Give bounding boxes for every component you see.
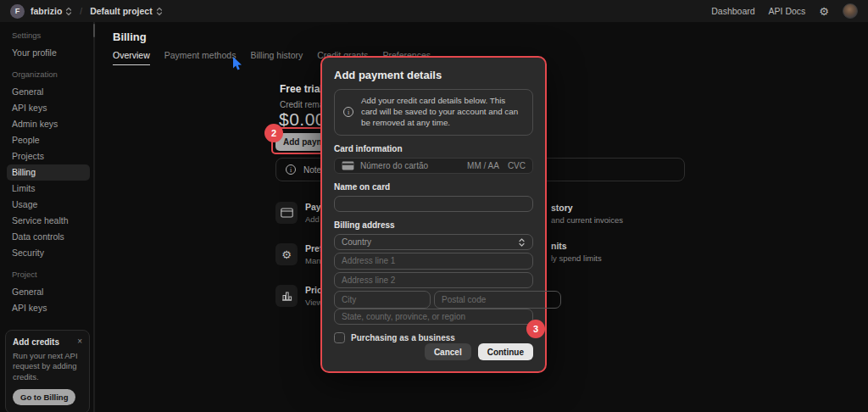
card-number-input[interactable]: [360, 161, 461, 170]
annotation-step-3-badge: 3: [526, 320, 545, 338]
go-to-billing-button[interactable]: Go to Billing: [13, 389, 75, 405]
state-field: [334, 309, 533, 325]
billing-history-subtitle: and current invoices: [551, 215, 623, 225]
sidebar-section-organization: Organization: [12, 70, 90, 79]
payment-methods-card[interactable]: Pay Add: [275, 202, 321, 224]
business-checkbox-label: Purchasing as a business: [351, 333, 455, 342]
info-icon: i: [286, 164, 296, 175]
sidebar-item-billing[interactable]: Billing: [7, 164, 90, 181]
dashboard-link[interactable]: Dashboard: [711, 6, 754, 16]
add-payment-details-modal: Add payment details i Add your credit ca…: [320, 56, 547, 373]
sidebar-scrollbar-thumb[interactable]: [93, 24, 95, 37]
sidebar-item-project-general[interactable]: General: [7, 284, 90, 300]
name-on-card-input[interactable]: [342, 199, 526, 209]
org-switcher[interactable]: fabrizio: [31, 6, 72, 16]
project-switcher[interactable]: Default project: [90, 6, 163, 16]
card-expiry-placeholder[interactable]: MM / AA: [467, 161, 499, 170]
org-name: fabrizio: [31, 6, 62, 16]
name-on-card-label: Name on card: [334, 182, 533, 192]
add-credits-title: Add credits: [13, 337, 59, 347]
feature-subtitle: Add: [305, 214, 321, 224]
tab-billing-history[interactable]: Billing history: [250, 50, 303, 65]
address-line-1-field: [334, 253, 533, 269]
billing-address-label: Billing address: [334, 220, 533, 230]
sidebar-item-usage[interactable]: Usage: [7, 197, 90, 213]
sidebar-item-general[interactable]: General: [7, 84, 90, 100]
state-input[interactable]: [342, 312, 526, 321]
free-trial-title: Free trial: [280, 83, 323, 95]
info-text: Add your credit card details below. This…: [361, 96, 524, 129]
address-line-1-input[interactable]: [342, 256, 526, 265]
credit-card-icon: [342, 161, 354, 170]
chevron-updown-icon: [156, 7, 163, 16]
close-icon[interactable]: ×: [77, 337, 82, 346]
tab-payment-methods[interactable]: Payment methods: [164, 50, 236, 65]
postal-code-field: [434, 291, 561, 309]
sidebar-item-security[interactable]: Security: [7, 245, 90, 261]
sidebar-item-api-keys[interactable]: API keys: [7, 100, 90, 116]
add-credits-card: Add credits × Run your next API request …: [5, 330, 90, 412]
chevron-updown-icon: [65, 7, 72, 16]
sidebar-item-service-health[interactable]: Service health: [7, 213, 90, 229]
card-number-field[interactable]: MM / AA CVC: [334, 158, 533, 174]
preferences-card[interactable]: ⚙ Pref Man: [275, 243, 322, 265]
usage-limits-subtitle: ly spend limits: [551, 253, 602, 263]
sidebar-item-your-profile[interactable]: Your profile: [7, 45, 90, 61]
sidebar-section-settings: Settings: [12, 31, 90, 40]
tab-overview[interactable]: Overview: [113, 50, 150, 65]
app-window: F fabrizio / Default project Dashboard A…: [0, 0, 868, 412]
name-on-card-field: [334, 196, 533, 212]
sidebar-item-admin-keys[interactable]: Admin keys: [7, 116, 90, 132]
credit-card-icon: [281, 208, 293, 218]
country-select[interactable]: Country: [334, 234, 533, 250]
feature-title: Pay: [305, 202, 321, 212]
pricing-card[interactable]: Pric View: [275, 285, 322, 307]
address-line-2-field: [334, 272, 533, 288]
sidebar-scrollbar: [93, 22, 95, 412]
modal-title: Add payment details: [334, 69, 533, 81]
page-title: Billing: [113, 31, 147, 43]
settings-gear-icon[interactable]: ⚙: [819, 6, 829, 17]
city-field: [334, 291, 431, 309]
info-icon: i: [343, 107, 353, 117]
sidebar-item-people[interactable]: People: [7, 132, 90, 148]
country-value: Country: [342, 237, 518, 247]
chevron-updown-icon: [518, 237, 526, 248]
sidebar-nav: Settings Your profile Organization Gener…: [0, 22, 93, 412]
top-bar: F fabrizio / Default project Dashboard A…: [0, 0, 868, 22]
city-input[interactable]: [342, 295, 423, 304]
breadcrumb-separator: /: [80, 7, 82, 16]
credit-amount: $0.00: [279, 109, 326, 130]
sidebar-section-project: Project: [12, 270, 90, 279]
api-docs-link[interactable]: API Docs: [769, 6, 806, 16]
user-avatar[interactable]: [843, 3, 858, 19]
sidebar-item-projects[interactable]: Projects: [7, 148, 90, 164]
usage-limits-card[interactable]: nits: [551, 241, 567, 251]
annotation-step-2-badge: 2: [264, 124, 283, 142]
sidebar-item-limits[interactable]: Limits: [7, 181, 90, 197]
sidebar-item-data-controls[interactable]: Data controls: [7, 229, 90, 245]
add-credits-body: Run your next API request by adding cred…: [13, 351, 82, 382]
org-avatar[interactable]: F: [10, 4, 25, 19]
mouse-cursor: [232, 57, 243, 71]
gear-icon: ⚙: [281, 248, 292, 261]
project-name: Default project: [90, 6, 153, 16]
continue-button[interactable]: Continue: [478, 343, 533, 360]
postal-code-input[interactable]: [442, 295, 554, 304]
sidebar-item-project-api-keys[interactable]: API keys: [7, 300, 90, 316]
cancel-button[interactable]: Cancel: [425, 343, 471, 360]
card-cvc-placeholder[interactable]: CVC: [508, 161, 526, 170]
billing-history-card[interactable]: story: [551, 203, 573, 213]
business-checkbox[interactable]: [334, 332, 345, 343]
address-line-2-input[interactable]: [342, 276, 526, 285]
card-information-label: Card information: [334, 144, 533, 153]
info-banner: i Add your credit card details below. Th…: [334, 89, 533, 136]
bar-chart-icon: [281, 291, 292, 301]
